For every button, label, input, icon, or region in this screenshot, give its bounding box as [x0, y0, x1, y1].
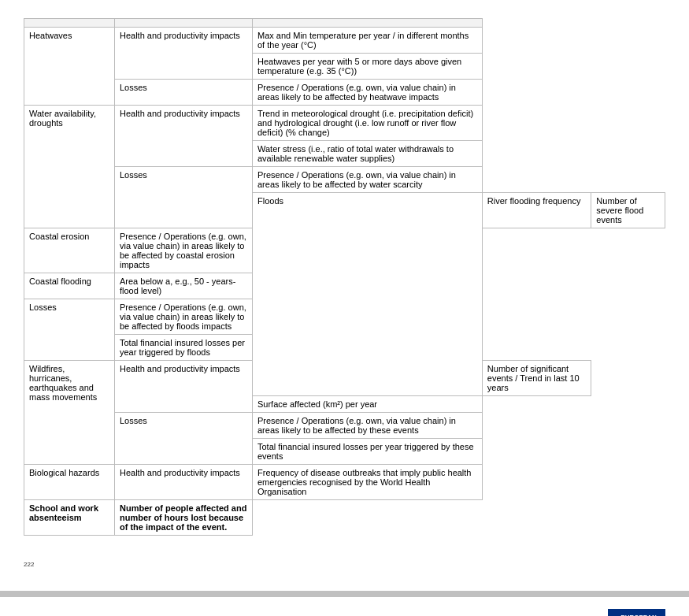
indicator-cell: Losses	[115, 167, 253, 228]
indicator-cell: Health and productivity impacts	[115, 465, 253, 500]
metric-cell: Number of severe flood events	[591, 193, 665, 228]
header-metric	[253, 19, 483, 28]
indicator-cell: Coastal erosion	[24, 228, 115, 273]
bottom-section: EUROPEANBANKINGAUTHORITY MigrationNumber…	[0, 597, 689, 616]
indicator-cell: Health and productivity impacts	[115, 106, 253, 167]
metric-cell: Area below a, e.g., 50 - years-flood lev…	[115, 273, 253, 299]
page-number	[0, 567, 689, 591]
top-section: HeatwavesHealth and productivity impacts…	[0, 0, 689, 551]
hazard-cell: Wildfires,hurricanes,earthquakes andmass…	[24, 361, 115, 465]
metric-cell: Presence / Operations (e.g. own, via val…	[253, 413, 483, 439]
indicator-cell: Losses	[115, 80, 253, 106]
metric-cell: Number of significant events / Trend in …	[482, 361, 591, 396]
main-table: HeatwavesHealth and productivity impacts…	[24, 18, 665, 536]
section-divider	[0, 591, 689, 597]
metric-cell: Trend in meteorological drought (i.e. pr…	[253, 106, 483, 141]
metric-cell: Frequency of disease outbreaks that impl…	[253, 465, 483, 500]
metric-cell: Presence / Operations (e.g. own, via val…	[115, 228, 253, 273]
metric-cell: Water stress (i.e., ratio of total water…	[253, 141, 483, 167]
metric-cell: Presence / Operations (e.g. own, via val…	[253, 167, 483, 193]
indicator-cell: Health and productivity impacts	[115, 28, 253, 80]
metric-cell: Surface affected (km²) per year	[253, 396, 483, 413]
hazard-cell: Floods	[253, 193, 483, 396]
metric-cell: Heatwaves per year with 5 or more days a…	[253, 54, 483, 80]
footnote-area: 222	[0, 551, 689, 567]
metric-cell: Presence / Operations (e.g. own, via val…	[253, 80, 483, 106]
header-indicator	[115, 19, 253, 28]
indicator-cell: Health and productivity impacts	[115, 361, 253, 413]
eba-footer-bar: EUROPEANBANKINGAUTHORITY	[24, 609, 665, 616]
hazard-cell: Heatwaves	[24, 28, 115, 106]
eba-logo: EUROPEANBANKINGAUTHORITY	[608, 609, 665, 616]
indicator-cell: Losses	[24, 299, 115, 361]
page: HeatwavesHealth and productivity impacts…	[0, 0, 689, 616]
metric-cell: Number of people affected and number of …	[115, 500, 253, 536]
metric-cell: Total financial insured losses per year …	[115, 335, 253, 361]
metric-cell: Total financial insured losses per year …	[253, 439, 483, 465]
metric-cell: Presence / Operations (e.g. own, via val…	[115, 299, 253, 335]
indicator-cell: School and work absenteeism	[24, 500, 115, 536]
header-hazard	[24, 19, 115, 28]
indicator-cell: River flooding frequency	[482, 193, 591, 228]
indicator-cell: Losses	[115, 413, 253, 465]
metric-cell: Max and Min temperature per year / in di…	[253, 28, 483, 54]
hazard-cell: Biological hazards	[24, 465, 115, 500]
hazard-cell: Water availability,droughts	[24, 106, 115, 228]
footnote-number: 222	[24, 561, 34, 568]
indicator-cell: Coastal flooding	[24, 273, 115, 299]
